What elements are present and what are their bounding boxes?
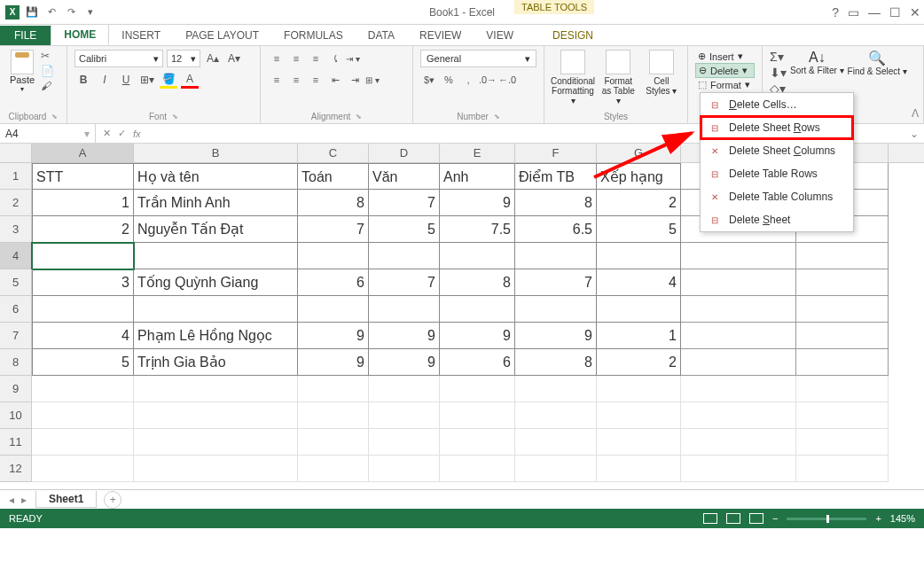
cell[interactable] <box>134 402 298 429</box>
cell[interactable]: Nguyễn Tấn Đạt <box>134 216 298 243</box>
col-header[interactable]: B <box>134 144 298 162</box>
cell[interactable]: Toán <box>298 163 369 190</box>
cell[interactable] <box>369 402 440 429</box>
sheet-nav-next-icon[interactable]: ▸ <box>21 494 27 506</box>
menu-delete-sheet-rows[interactable]: ⊟Delete Sheet Rows <box>701 116 853 139</box>
cell[interactable]: 2 <box>597 190 681 216</box>
align-bottom-icon[interactable]: ≡ <box>307 50 325 67</box>
row-header[interactable]: 5 <box>0 269 32 296</box>
dialog-launcher-icon[interactable]: ⬊ <box>172 113 178 121</box>
menu-delete-table-columns[interactable]: ✕Delete Table Columns <box>701 185 853 208</box>
cell[interactable] <box>796 323 889 349</box>
cell[interactable] <box>298 429 369 456</box>
cell[interactable] <box>796 243 889 269</box>
format-as-table-button[interactable]: Format as Table ▾ <box>599 50 638 105</box>
increase-indent-icon[interactable]: ⇥ <box>346 71 364 89</box>
row-header[interactable]: 9 <box>0 376 32 402</box>
menu-delete-sheet-columns[interactable]: ✕Delete Sheet Columns <box>701 139 853 162</box>
cell[interactable]: 3 <box>32 269 134 296</box>
add-sheet-button[interactable]: + <box>104 491 121 509</box>
cell[interactable] <box>681 296 796 323</box>
tab-data[interactable]: DATA <box>356 26 407 45</box>
cell[interactable] <box>298 402 369 429</box>
conditional-formatting-button[interactable]: Conditional Formatting ▾ <box>552 50 594 105</box>
cell[interactable] <box>440 402 515 429</box>
dialog-launcher-icon[interactable]: ⬊ <box>494 113 500 121</box>
align-top-icon[interactable]: ≡ <box>268 50 286 67</box>
cell[interactable]: 9 <box>298 323 369 349</box>
cell[interactable] <box>681 349 796 376</box>
cell[interactable]: 2 <box>597 349 681 376</box>
cell[interactable]: STT <box>32 163 134 190</box>
cell[interactable] <box>134 243 298 269</box>
wrap-text-button[interactable]: ⇥ ▾ <box>346 50 360 67</box>
cell[interactable] <box>515 243 597 269</box>
row-header[interactable]: 8 <box>0 349 32 376</box>
align-middle-icon[interactable]: ≡ <box>287 50 305 67</box>
cell[interactable] <box>681 429 796 456</box>
shrink-font-icon[interactable]: A▾ <box>225 50 243 67</box>
cell[interactable]: 1 <box>32 190 134 216</box>
row-header[interactable]: 2 <box>0 190 32 216</box>
cell[interactable]: 9 <box>515 323 597 349</box>
redo-icon[interactable]: ↷ <box>64 5 78 19</box>
cell[interactable] <box>298 243 369 269</box>
underline-button[interactable]: U <box>117 71 135 89</box>
cell[interactable]: 5 <box>32 349 134 376</box>
cell[interactable]: Điểm TB <box>515 163 597 190</box>
save-icon[interactable]: 💾 <box>25 5 39 19</box>
tab-design[interactable]: DESIGN <box>540 26 606 45</box>
cell[interactable]: 9 <box>440 323 515 349</box>
cell[interactable] <box>597 402 681 429</box>
cell[interactable] <box>32 402 134 429</box>
cell[interactable] <box>515 296 597 323</box>
row-header[interactable]: 11 <box>0 429 32 456</box>
cell[interactable]: 8 <box>515 190 597 216</box>
copy-icon[interactable]: 📄 <box>41 65 54 77</box>
row-header[interactable]: 4 <box>0 243 32 269</box>
cell[interactable]: 9 <box>298 349 369 376</box>
cell[interactable]: 6 <box>298 269 369 296</box>
cell[interactable]: 6.5 <box>515 216 597 243</box>
cell[interactable] <box>515 402 597 429</box>
maximize-icon[interactable]: ☐ <box>889 5 901 19</box>
cell[interactable]: 7 <box>369 269 440 296</box>
cell[interactable] <box>440 243 515 269</box>
cell[interactable] <box>796 296 889 323</box>
collapse-ribbon-icon[interactable]: ᐱ <box>912 107 919 120</box>
bold-button[interactable]: B <box>74 71 92 89</box>
cell[interactable]: 7 <box>298 216 369 243</box>
cell[interactable] <box>681 402 796 429</box>
format-cells-button[interactable]: ⬚Format ▾ <box>695 78 755 91</box>
row-header[interactable]: 12 <box>0 456 32 482</box>
sheet-tab[interactable]: Sheet1 <box>35 491 97 508</box>
font-name-select[interactable]: Calibri▾ <box>74 50 163 67</box>
undo-icon[interactable]: ↶ <box>44 5 59 19</box>
cell[interactable] <box>440 456 515 482</box>
qat-dropdown-icon[interactable]: ▾ <box>83 5 98 19</box>
tab-file[interactable]: FILE <box>0 26 51 45</box>
cell[interactable] <box>440 376 515 402</box>
cell[interactable] <box>796 349 889 376</box>
sort-filter-button[interactable]: A↓Sort & Filter ▾ <box>790 50 844 96</box>
comma-icon[interactable]: , <box>459 71 477 89</box>
cell[interactable]: 2 <box>32 216 134 243</box>
cell[interactable]: 1 <box>597 323 681 349</box>
align-center-icon[interactable]: ≡ <box>287 71 305 89</box>
cell[interactable]: 9 <box>369 349 440 376</box>
tab-view[interactable]: VIEW <box>474 26 526 45</box>
cell[interactable] <box>515 376 597 402</box>
close-icon[interactable]: ✕ <box>910 5 920 19</box>
cell[interactable]: 5 <box>369 216 440 243</box>
tab-formulas[interactable]: FORMULAS <box>271 26 356 45</box>
delete-cells-button[interactable]: ⊖Delete ▾ <box>695 63 755 78</box>
cell[interactable] <box>681 323 796 349</box>
cell[interactable]: 9 <box>369 323 440 349</box>
fx-icon[interactable]: fx <box>133 129 141 139</box>
zoom-level[interactable]: 145% <box>890 513 915 524</box>
dialog-launcher-icon[interactable]: ⬊ <box>51 113 58 121</box>
col-header[interactable]: E <box>440 144 515 162</box>
menu-delete-cells[interactable]: ⊟Delete Cells… <box>701 93 853 116</box>
grow-font-icon[interactable]: A▴ <box>204 50 222 67</box>
italic-button[interactable]: I <box>96 71 114 89</box>
